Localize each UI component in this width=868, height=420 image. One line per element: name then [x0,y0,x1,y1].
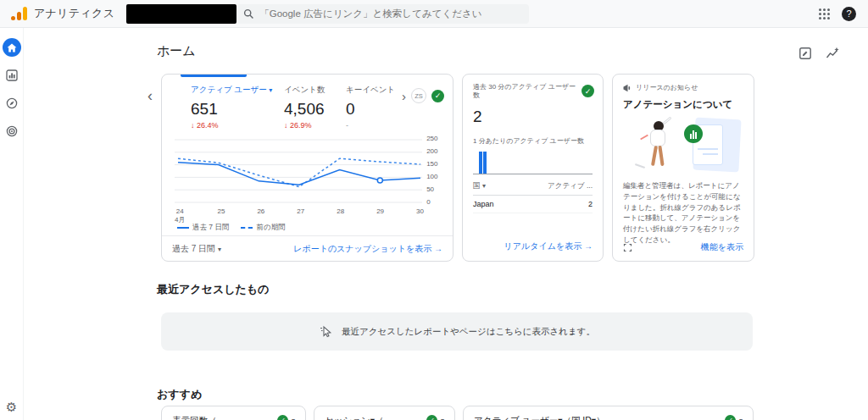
chevron-down-icon: ▾ [218,246,221,253]
metric-delta: - [346,121,398,130]
realtime-card: 過去 30 分のアクティブ ユーザー数 ✓ 2 1 分あたりのアクティブ ユーザ… [462,74,604,262]
tab-event-count[interactable]: イベント数 [284,85,346,96]
reports-icon [6,69,18,81]
release-body: 編集者と管理者は、レポートにアノテーションを付けることが可能になりました。折れ線… [623,180,743,246]
table-row[interactable]: Japan 2 [473,196,593,213]
green-chart-badge [684,124,703,143]
realtime-report-link[interactable]: リアルタイムを表示 → [504,240,593,252]
solid-line-sample [177,227,189,229]
suggested-card-title: 表示回数（ [172,415,217,420]
logo-dot [11,16,15,20]
suggested-cards-row: 表示回数（ ✓ ▾ セッション▾（ ✓ ▾ アクティブ ユーザー▾（国 ID▾）… [161,406,754,420]
avatar-badge[interactable]: ZS [411,88,426,103]
show-feature-link[interactable]: 機能を表示 [701,241,743,253]
realtime-value: 2 [473,108,593,126]
suggested-section-title: おすすめ [157,387,202,402]
suggested-card-title: セッション▾（ [325,415,384,420]
data-quality-check-icon[interactable]: ✓ [277,415,288,420]
date-range-selector[interactable]: 過去 7 日間 ▾ [172,243,221,255]
recent-empty-message: 最近アクセスしたレポートやページはこちらに表示されます。 [342,326,595,338]
metric-column-key-events: キーイベント 0 - [346,85,398,130]
carousel-left-arrow-icon[interactable]: ‹ [147,87,153,105]
metric-value: 0 [346,100,398,119]
left-nav: ⚙ [0,28,24,420]
metric-delta: ↓ 26.4% [191,121,284,130]
y-axis-labels: 250 200 150 100 50 0 [422,135,442,206]
search-icon [243,8,254,19]
realtime-table: 国 ▾ アクティブ ... Japan 2 [473,181,593,213]
help-icon[interactable]: ? [842,7,856,21]
per-minute-bar-chart [473,149,593,174]
note-icon[interactable] [798,47,812,60]
apps-grid-icon[interactable] [819,8,830,19]
carousel-right-arrow-icon[interactable]: › [402,90,406,102]
cursor-click-icon [319,324,333,339]
nav-explore[interactable] [3,94,21,113]
x-axis-labels: 244月 25 26 27 28 29 30 [175,207,424,223]
tab-key-events[interactable]: キーイベント [346,85,398,96]
page-actions [798,47,839,60]
overview-cards-row: アクティブ ユーザー ▾ 651 ↓ 26.4% イベント数 4,506 ↓ 2… [161,74,754,262]
chart-legend: 過去 7 日間 前の期間 [177,223,442,233]
nav-home[interactable] [3,38,21,57]
release-title: アノテーションについて [623,98,743,111]
data-quality-check-icon[interactable]: ✓ [725,415,736,420]
chevron-down-icon[interactable]: ▾ [292,417,295,420]
data-quality-check-icon[interactable]: ✓ [431,90,444,102]
release-illustration [623,114,743,179]
release-eyebrow: リリースのお知らせ [636,83,698,92]
chevron-down-icon[interactable]: ▾ [739,417,743,420]
nav-reports[interactable] [3,66,21,85]
app-title: アナリティクス [34,6,114,21]
country-column-header[interactable]: 国 ▾ [473,181,486,191]
logo-bar-tall [23,7,27,20]
search-bar[interactable] [236,4,529,24]
overview-card: アクティブ ユーザー ▾ 651 ↓ 26.4% イベント数 4,506 ↓ 2… [161,74,453,262]
expand-icon[interactable] [623,243,632,252]
suggested-card-title: アクティブ ユーザー▾（国 ID▾） [474,415,605,420]
search-input[interactable] [259,8,522,19]
page-title: ホーム [157,43,196,59]
suggested-card-active-users[interactable]: アクティブ ユーザー▾（国 ID▾） ✓ ▾ [463,406,754,420]
chevron-down-icon: ▾ [482,182,486,190]
data-quality-check-icon[interactable]: ✓ [426,415,437,420]
active-tab-indicator [181,75,247,77]
tab-active-users[interactable]: アクティブ ユーザー ▾ [191,85,284,96]
recent-section-title: 最近アクセスしたもの [157,282,269,297]
data-quality-check-icon[interactable]: ✓ [581,85,594,97]
metric-value: 4,506 [284,100,346,119]
dashed-line-sample [241,227,253,229]
realtime-subtitle: 1 分あたりのアクティブ ユーザー数 [473,136,593,146]
suggested-card-views[interactable]: 表示回数（ ✓ ▾ [161,406,306,420]
suggested-card-sessions[interactable]: セッション▾（ ✓ ▾ [314,406,455,420]
report-snapshot-link[interactable]: レポートのスナップショットを表示 → [293,243,442,255]
insights-icon[interactable] [826,47,839,60]
release-notes-card: リリースのお知らせ アノテーションについて 編集者と管理者は、レポートにアノテー… [612,74,754,262]
analytics-logo-icon[interactable] [8,6,27,21]
home-icon [7,43,17,52]
metric-value: 651 [191,100,284,119]
metric-delta: ↓ 26.9% [284,121,346,130]
metric-column-events: イベント数 4,506 ↓ 26.9% [284,85,346,130]
metric-column-active-users: アクティブ ユーザー ▾ 651 ↓ 26.4% [191,85,284,130]
active-users-line-chart: 250 200 150 100 50 0 [175,135,442,206]
advertising-icon [6,125,18,137]
nav-advertising[interactable] [3,122,21,141]
main-content: ホーム ‹ アクティブ ユーザー ▾ 651 ↓ 26.4% イベント数 4,5… [24,28,868,420]
realtime-title: 過去 30 分のアクティブ ユーザー数 [473,83,593,101]
recent-empty-state: 最近アクセスしたレポートやページはこちらに表示されます。 [161,312,753,351]
redacted-account-selector[interactable] [126,4,236,24]
chevron-down-icon: ▾ [269,86,272,94]
settings-gear-icon[interactable]: ⚙ [6,401,17,413]
explore-icon [6,97,18,109]
chevron-down-icon[interactable]: ▾ [441,417,444,420]
top-app-bar: アナリティクス ? [0,0,868,28]
line-chart-canvas [175,135,422,206]
logo-bar-short [17,12,21,20]
megaphone-icon [623,84,632,92]
active-users-column-header[interactable]: アクティブ ... [548,181,593,191]
